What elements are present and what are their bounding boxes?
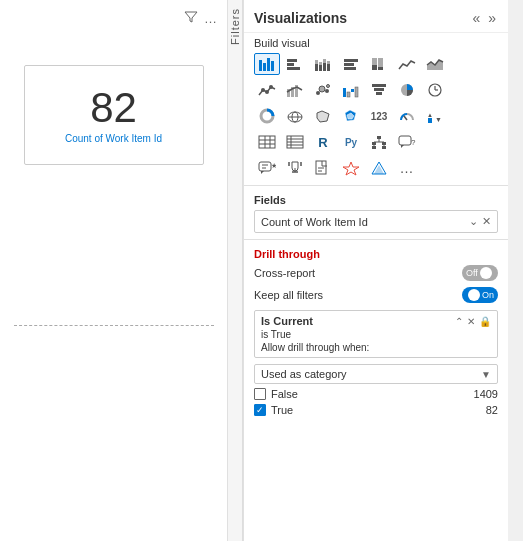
filters-label: Filters: [229, 8, 241, 45]
svg-rect-36: [355, 87, 358, 97]
svg-text:?: ?: [411, 138, 416, 147]
svg-rect-4: [287, 59, 297, 62]
viz-icon-donut[interactable]: [254, 105, 280, 127]
divider-1: [244, 185, 508, 186]
checkbox-false-count: 1409: [474, 388, 498, 400]
cross-report-toggle-text: Off: [466, 268, 478, 278]
svg-rect-37: [372, 84, 386, 87]
viz-icon-matrix[interactable]: [282, 131, 308, 153]
viz-icon-R[interactable]: R: [310, 131, 336, 153]
expand-field-icon[interactable]: ⌄: [469, 215, 478, 228]
viz-icon-bar2[interactable]: [282, 53, 308, 75]
visualizations-panel: Visualizations « » Build visual: [243, 0, 508, 541]
viz-icon-waterfall[interactable]: [338, 79, 364, 101]
svg-marker-87: [374, 165, 384, 174]
checkbox-row-true: ✓ True 82: [244, 402, 508, 418]
expand-icon[interactable]: »: [486, 8, 498, 28]
viz-header: Visualizations « »: [244, 0, 508, 33]
viz-icon-scatter[interactable]: [310, 79, 336, 101]
more-icon[interactable]: …: [204, 11, 217, 26]
viz-icon-decomp[interactable]: [366, 131, 392, 153]
svg-text:▼: ▼: [435, 116, 442, 123]
viz-icon-line[interactable]: [394, 53, 420, 75]
left-panel-header: …: [10, 10, 217, 27]
svg-rect-0: [259, 60, 262, 71]
svg-rect-9: [319, 65, 322, 71]
svg-text:▲: ▲: [427, 112, 433, 118]
checkbox-true-left: ✓ True: [254, 404, 293, 416]
svg-rect-71: [399, 136, 411, 145]
viz-icon-bar4[interactable]: [366, 53, 392, 75]
svg-rect-8: [315, 60, 318, 64]
keep-filters-toggle[interactable]: On: [462, 287, 498, 303]
viz-icon-gauge[interactable]: [394, 105, 420, 127]
viz-icon-kpi[interactable]: ▲▼: [422, 105, 448, 127]
svg-rect-66: [382, 142, 386, 145]
viz-icon-pie[interactable]: [394, 79, 420, 101]
filter-box: Is Current ⌃ ✕ 🔒 is True Allow drill thr…: [254, 310, 498, 358]
filter-box-header: Is Current ⌃ ✕ 🔒: [261, 315, 491, 327]
viz-icon-trophy[interactable]: [282, 157, 308, 179]
viz-icon-bar3[interactable]: [338, 53, 364, 75]
svg-point-25: [269, 85, 273, 89]
filter-icon[interactable]: [184, 10, 198, 27]
viz-icon-funnel[interactable]: [366, 79, 392, 101]
filter-close-icon[interactable]: ✕: [467, 316, 475, 327]
checkbox-true[interactable]: ✓: [254, 404, 266, 416]
svg-rect-17: [344, 67, 356, 70]
viz-icon-paginated[interactable]: [310, 157, 336, 179]
remove-field-icon[interactable]: ✕: [482, 215, 491, 228]
svg-rect-70: [382, 146, 386, 149]
filter-sub-text: is True: [261, 329, 491, 340]
viz-icon-table[interactable]: [254, 131, 280, 153]
cross-report-toggle[interactable]: Off: [462, 265, 498, 281]
viz-icon-area[interactable]: [422, 53, 448, 75]
svg-point-29: [316, 91, 320, 95]
viz-icon-bar[interactable]: [254, 53, 280, 75]
viz-icon-azure[interactable]: [366, 157, 392, 179]
viz-icon-filled-map[interactable]: [338, 105, 364, 127]
svg-point-32: [327, 85, 330, 88]
filter-sort-icon[interactable]: ⌃: [455, 316, 463, 327]
svg-rect-35: [351, 89, 354, 92]
viz-icon-stacked[interactable]: [310, 53, 336, 75]
viz-icon-Py[interactable]: Py: [338, 131, 364, 153]
svg-rect-7: [315, 64, 318, 71]
svg-rect-5: [287, 63, 294, 66]
filter-drill-label: Allow drill through when:: [261, 342, 491, 353]
card-number: 82: [90, 87, 137, 129]
field-chip-icons: ⌄ ✕: [469, 215, 491, 228]
collapse-icon[interactable]: «: [470, 8, 482, 28]
svg-rect-19: [372, 58, 377, 65]
viz-icon-shapemap[interactable]: [310, 105, 336, 127]
category-dropdown[interactable]: Used as category ▼: [254, 364, 498, 384]
svg-rect-65: [372, 142, 376, 145]
filter-lock-icon[interactable]: 🔒: [479, 316, 491, 327]
viz-icon-map[interactable]: [282, 105, 308, 127]
viz-icon-line2[interactable]: [254, 79, 280, 101]
svg-line-48: [404, 116, 407, 120]
checkbox-row-false: False 1409: [244, 386, 508, 402]
checkbox-false-left: False: [254, 388, 298, 400]
checkbox-false-label: False: [271, 388, 298, 400]
drill-through-label: Drill through: [244, 244, 508, 262]
card-visual: 82 Count of Work Item Id: [24, 65, 204, 165]
viz-type-row-4: R Py ?: [244, 129, 508, 155]
viz-icon-clock[interactable]: [422, 79, 448, 101]
svg-rect-39: [376, 92, 382, 95]
fields-section-label: Fields: [244, 190, 508, 208]
checkbox-false[interactable]: [254, 388, 266, 400]
viz-icon-custom[interactable]: [338, 157, 364, 179]
svg-point-23: [261, 88, 265, 92]
viz-icon-qa[interactable]: ?: [394, 131, 420, 153]
viz-icon-more[interactable]: …: [394, 157, 420, 179]
filter-box-icons: ⌃ ✕ 🔒: [455, 316, 491, 327]
build-visual-label: Build visual: [244, 33, 508, 51]
viz-icon-smart[interactable]: ★: [254, 157, 280, 179]
viz-type-row-3: 123 ▲▼: [244, 103, 508, 129]
svg-rect-6: [287, 67, 300, 70]
viz-icon-combo[interactable]: [282, 79, 308, 101]
svg-rect-49: [428, 118, 432, 123]
viz-icon-123[interactable]: 123: [366, 105, 392, 127]
svg-rect-74: [259, 162, 271, 171]
